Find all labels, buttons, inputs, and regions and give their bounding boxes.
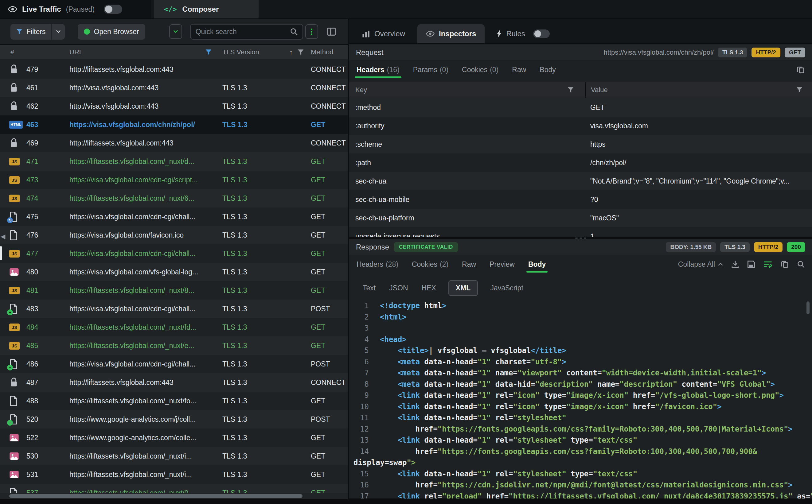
traffic-row[interactable]: JS477https://visa.vfsglobal.com/cdn-cgi/… <box>0 244 348 263</box>
traffic-row[interactable]: 530https://liftassets.vfsglobal.com/_nux… <box>0 447 348 465</box>
header-row[interactable]: sec-ch-ua-platform"macOS" <box>349 209 812 227</box>
toggle-knob <box>105 6 112 13</box>
response-tab-preview[interactable]: Preview <box>490 255 515 274</box>
paused-status: (Paused) <box>66 5 95 14</box>
request-tab-raw[interactable]: Raw <box>512 60 526 79</box>
response-tab-body[interactable]: Body <box>528 255 546 274</box>
request-tab-params[interactable]: Params(0) <box>413 60 449 79</box>
traffic-row[interactable]: ↻475https://visa.vfsglobal.com/cdn-cgi/c… <box>0 207 348 226</box>
panel-divider[interactable] <box>348 19 349 504</box>
traffic-row[interactable]: 476https://visa.vfsglobal.com/favicon.ic… <box>0 226 348 244</box>
traffic-row[interactable]: JS471https://liftassets.vfsglobal.com/_n… <box>0 152 348 171</box>
request-url: https://liftassets.vfsglobal.com/_nuxt/i… <box>61 471 220 479</box>
response-tab-headers[interactable]: Headers(28) <box>356 255 398 274</box>
traffic-row[interactable]: JS474https://liftassets.vfsglobal.com/_n… <box>0 189 348 207</box>
scrollbar-thumb[interactable] <box>9 494 302 498</box>
section-splitter[interactable] <box>349 237 812 239</box>
format-tab-text[interactable]: Text <box>361 281 377 295</box>
request-method: GET <box>311 176 348 184</box>
header-row[interactable]: sec-ch-ua"Not.A/Brand";v="8", "Chromium"… <box>349 172 812 190</box>
line-number: 15 <box>353 468 369 480</box>
tab-rules[interactable]: Rules <box>488 24 558 43</box>
filters-dropdown-arrow[interactable] <box>52 24 65 40</box>
rules-toggle[interactable] <box>533 29 550 38</box>
request-tab-headers[interactable]: Headers(16) <box>356 60 399 79</box>
traffic-row[interactable]: 522https://www.google-analytics.com/coll… <box>0 428 348 447</box>
response-tab-cookies[interactable]: Cookies(2) <box>412 255 449 274</box>
traffic-row[interactable]: 462http://visa.vfsglobal.com:443TLS 1.3C… <box>0 97 348 115</box>
filters-button[interactable]: Filters <box>10 24 65 40</box>
save-file-icon[interactable] <box>748 261 755 268</box>
column-number[interactable]: # <box>10 48 61 56</box>
traffic-row[interactable]: 479http://liftassets.vfsglobal.com:443CO… <box>0 60 348 79</box>
traffic-row[interactable]: 531https://liftassets.vfsglobal.com/_nux… <box>0 465 348 484</box>
traffic-row[interactable]: 469http://liftassets.vfsglobal.com:443CO… <box>0 134 348 152</box>
tab-inspectors[interactable]: Inspectors <box>418 24 485 43</box>
collapse-all-button[interactable]: Collapse All <box>678 260 723 269</box>
response-tab-raw[interactable]: Raw <box>462 255 476 274</box>
traffic-row[interactable]: JS481https://liftassets.vfsglobal.com/_n… <box>0 281 348 300</box>
tab-live-traffic[interactable]: Live Traffic (Paused) <box>0 0 151 18</box>
wrap-text-icon[interactable] <box>763 261 772 268</box>
traffic-row[interactable]: +520https://www.google-analytics.com/j/c… <box>0 410 348 428</box>
tab-composer[interactable]: </> Composer <box>154 0 258 18</box>
traffic-row[interactable]: +483https://visa.vfsglobal.com/cdn-cgi/c… <box>0 300 348 318</box>
header-row[interactable]: :path/chn/zh/pol/ <box>349 153 812 172</box>
save-body-icon[interactable] <box>732 260 739 268</box>
request-url: http://liftassets.vfsglobal.com:443 <box>61 65 220 74</box>
collapse-panel-icon[interactable]: ◀ <box>1 233 5 240</box>
format-tab-json[interactable]: JSON <box>388 281 409 295</box>
traffic-row[interactable]: +486https://visa.vfsglobal.com/cdn-cgi/c… <box>0 355 348 373</box>
header-row[interactable]: sec-ch-ua-mobile?0 <box>349 190 812 209</box>
value-filter-icon[interactable] <box>796 87 803 93</box>
column-method[interactable]: Method <box>311 48 348 56</box>
header-row[interactable]: :authorityvisa.vfsglobal.com <box>349 117 812 135</box>
open-browser-button[interactable]: Open Browser <box>78 24 145 40</box>
header-row[interactable]: upgrade-insecure-requests1 <box>349 227 812 237</box>
sort-ascending-icon[interactable]: ↑ <box>289 48 293 56</box>
column-tls-version[interactable]: TLS Version ↑ <box>220 48 311 56</box>
header-row[interactable]: :methodGET <box>349 98 812 117</box>
traffic-row[interactable]: 461http://visa.vfsglobal.com:443TLS 1.3C… <box>0 79 348 97</box>
code-scrollbar[interactable] <box>806 301 810 314</box>
tls-version: TLS 1.3 <box>220 305 311 313</box>
response-body-code[interactable]: 1<!doctype html>2<html>34<head>5 <title>… <box>349 300 812 498</box>
column-url[interactable]: URL <box>61 48 220 56</box>
browser-options-dropdown[interactable] <box>169 24 182 39</box>
format-tab-xml[interactable]: XML <box>449 280 478 296</box>
key-column-header[interactable]: Key <box>349 82 585 98</box>
tls-filter-icon[interactable] <box>297 49 304 55</box>
live-traffic-toggle[interactable] <box>104 5 122 14</box>
traffic-toolbar: Filters Open Browser <box>0 19 348 44</box>
request-tab-body[interactable]: Body <box>540 60 556 79</box>
traffic-row[interactable]: 488https://liftassets.vfsglobal.com/_nux… <box>0 392 348 410</box>
more-options-button[interactable] <box>305 24 318 39</box>
search-input[interactable] <box>196 28 288 36</box>
method-badge: GET <box>785 48 805 57</box>
line-number: 2 <box>353 312 369 323</box>
search-body-icon[interactable] <box>797 261 805 268</box>
tls-version: TLS 1.3 <box>220 378 311 387</box>
traffic-row[interactable]: JS484https://liftassets.vfsglobal.com/_n… <box>0 318 348 336</box>
value-column-header[interactable]: Value <box>585 82 812 98</box>
tab-overview[interactable]: Overview <box>353 24 414 43</box>
response-title: Response <box>356 243 389 251</box>
request-url: https://liftassets.vfsglobal.com/_nuxt/f… <box>61 397 220 405</box>
url-filter-icon[interactable] <box>205 49 212 55</box>
format-tab-javascript[interactable]: JavaScript <box>489 281 524 295</box>
request-url: https://visa.vfsglobal.com/chn/zh/pol/ <box>61 121 220 129</box>
layout-toggle-icon[interactable] <box>327 28 336 36</box>
format-tab-hex[interactable]: HEX <box>421 281 437 295</box>
traffic-row[interactable]: JS473https://visa.vfsglobal.com/cdn-cgi/… <box>0 171 348 189</box>
copy-icon[interactable] <box>797 66 805 74</box>
horizontal-scrollbar[interactable] <box>0 493 348 499</box>
key-filter-icon[interactable] <box>567 87 574 93</box>
request-tab-cookies[interactable]: Cookies(0) <box>462 60 499 79</box>
traffic-row[interactable]: 480https://visa.vfsglobal.com/vfs-global… <box>0 263 348 281</box>
traffic-row[interactable]: 487http://liftassets.vfsglobal.com:443TL… <box>0 373 348 392</box>
traffic-row[interactable]: HTML463https://visa.vfsglobal.com/chn/zh… <box>0 115 348 134</box>
copy-icon[interactable] <box>781 260 789 268</box>
request-url: https://visa.vfsglobal.com/cdn-cgi/scrip… <box>61 176 220 184</box>
traffic-row[interactable]: JS485https://liftassets.vfsglobal.com/_n… <box>0 336 348 355</box>
header-row[interactable]: :schemehttps <box>349 135 812 153</box>
